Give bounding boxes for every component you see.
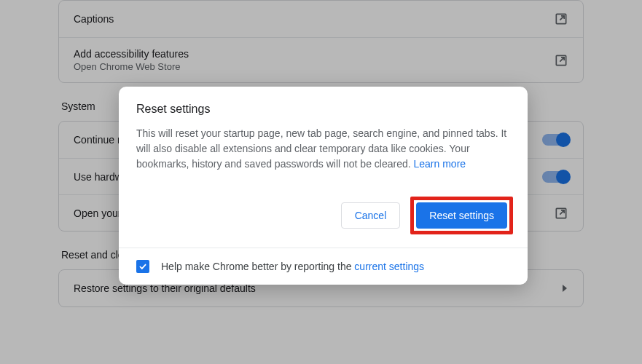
dialog-body-text: This will reset your startup page, new t…	[136, 126, 510, 172]
highlight-box: Reset settings	[410, 197, 513, 234]
current-settings-link[interactable]: current settings	[354, 261, 424, 272]
cancel-button[interactable]: Cancel	[341, 202, 401, 229]
dialog-footer-text: Help make Chrome better by reporting the…	[161, 261, 424, 272]
learn-more-link[interactable]: Learn more	[414, 158, 466, 170]
dialog-title: Reset settings	[136, 103, 510, 116]
report-checkbox[interactable]	[136, 260, 149, 273]
reset-settings-button[interactable]: Reset settings	[416, 202, 507, 229]
reset-settings-dialog: Reset settings This will reset your star…	[119, 87, 528, 285]
